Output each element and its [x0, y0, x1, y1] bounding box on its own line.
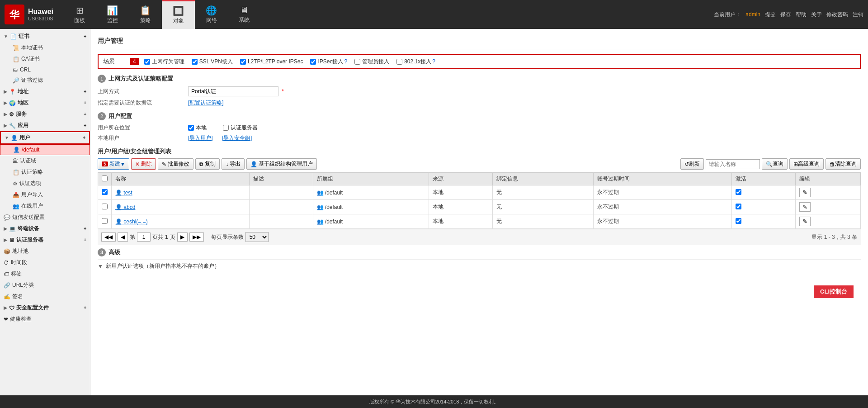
cb-l2tp[interactable] — [240, 59, 246, 65]
action-save[interactable]: 保存 — [780, 11, 791, 19]
sidebar-item-sms-config[interactable]: 💬短信发送配置 — [0, 212, 90, 223]
scenario-cb-web-mgmt[interactable]: 上网行为管理 — [144, 58, 184, 66]
prev-page-btn[interactable]: ◀ — [118, 232, 128, 242]
delete-button[interactable]: ✕ 删除 — [131, 158, 156, 170]
scenario-cb-ipsec[interactable]: IPSec接入 ? — [310, 58, 347, 66]
cb-ipsec[interactable] — [310, 59, 316, 65]
next-page-btn[interactable]: ▶ — [177, 232, 188, 242]
action-logout[interactable]: 注销 — [853, 11, 863, 19]
row-active-cell-2[interactable] — [731, 214, 795, 229]
batch-edit-button[interactable]: ✎ 批量修改 — [158, 158, 193, 170]
sidebar-item-signature[interactable]: ✍签名 — [0, 291, 90, 302]
row-cb-cell-0[interactable] — [98, 185, 112, 200]
new-button[interactable]: 5 新建 ▼ — [98, 158, 129, 170]
cb-web-mgmt[interactable] — [144, 59, 150, 65]
per-page-select[interactable]: 50 100 — [245, 232, 269, 242]
sidebar-item-service[interactable]: ▶⚙服务+ — [0, 109, 90, 120]
row-cb-2[interactable] — [102, 218, 108, 224]
row-active-cell-1[interactable] — [731, 200, 795, 214]
sidebar-item-auth-options[interactable]: ⚙认证选项 — [0, 178, 90, 189]
sidebar-item-security-profile[interactable]: ▶🛡安全配置文件+ — [0, 302, 90, 313]
sidebar-item-local-cert[interactable]: 📜本地证书 — [0, 42, 90, 53]
sidebar-item-crl[interactable]: 🗂CRL — [0, 65, 90, 75]
user-link-2[interactable]: 👤 ceshi(=.=) — [115, 218, 148, 225]
action-change-pwd[interactable]: 修改密码 — [826, 11, 848, 19]
cb-8021x[interactable] — [396, 59, 402, 65]
import-group-link[interactable]: [导入安全组] — [222, 134, 252, 142]
action-help[interactable]: 帮助 — [796, 11, 807, 19]
sidebar-item-health-check[interactable]: ❤健康检查 — [0, 313, 90, 325]
sidebar-item-terminal[interactable]: ▶💻终端设备+ — [0, 223, 90, 234]
search-button[interactable]: 🔍 查询 — [762, 158, 788, 170]
cb-admin[interactable] — [354, 59, 360, 65]
sidebar-item-user-import[interactable]: 📥用户导入 — [0, 189, 90, 200]
row-edit-cell-2[interactable]: ✎ — [795, 214, 860, 229]
expand-icon[interactable]: ▼ — [98, 263, 103, 270]
select-all-cb[interactable] — [102, 176, 108, 181]
active-cb-1[interactable] — [736, 204, 741, 209]
nav-item-monitor[interactable]: 📊监控 — [96, 0, 129, 29]
nav-item-policy[interactable]: 📋策略 — [129, 0, 162, 29]
row-edit-cell-0[interactable]: ✎ — [795, 185, 860, 200]
row-active-cell-0[interactable] — [731, 185, 795, 200]
sidebar-item-region[interactable]: ▶🌍地区+ — [0, 97, 90, 109]
row-cb-cell-1[interactable] — [98, 200, 112, 214]
page-number-input[interactable] — [137, 232, 151, 242]
help-icon-8021x[interactable]: ? — [432, 58, 435, 65]
action-about[interactable]: 关于 — [811, 11, 822, 19]
active-cb-2[interactable] — [736, 218, 741, 224]
user-link-0[interactable]: 👤 test — [115, 190, 132, 196]
cb-local[interactable] — [188, 125, 194, 131]
config-auth-policy-link[interactable]: [配置认证策略] — [188, 99, 224, 107]
sidebar-item-online-user[interactable]: 👥在线用户 — [0, 200, 90, 212]
action-submit[interactable]: 提交 — [765, 11, 776, 19]
sidebar-item-addr-pool[interactable]: 📦地址池 — [0, 246, 90, 257]
sidebar-item-tag[interactable]: 🏷标签 — [0, 268, 90, 280]
adv-search-button[interactable]: ⊞ 高级查询 — [789, 158, 824, 170]
export-button[interactable]: ↓ 导出 — [222, 158, 245, 170]
row-cb-1[interactable] — [102, 204, 108, 209]
scenario-cb-8021x[interactable]: 802.1x接入 ? — [396, 58, 435, 66]
edit-btn-2[interactable]: ✎ — [799, 217, 811, 226]
row-edit-cell-1[interactable]: ✎ — [795, 200, 860, 214]
import-user-link[interactable]: [导入用户] — [188, 134, 213, 142]
copy-button[interactable]: ⧉ 复制 — [195, 158, 220, 170]
cb-ssl-vpn[interactable] — [192, 59, 198, 65]
row-name-cell-0[interactable]: 👤 test — [112, 185, 250, 200]
row-name-cell-1[interactable]: 👤 abcd — [112, 200, 250, 214]
sidebar-item-auth-policy[interactable]: 📋认证策略 — [0, 166, 90, 178]
refresh-button[interactable]: ↺ 刷新 — [680, 158, 704, 170]
sidebar-item-app[interactable]: ▶🔧应用+ — [0, 120, 90, 131]
search-input[interactable] — [706, 159, 760, 169]
sidebar-item-ca-cert[interactable]: 📋CA证书 — [0, 53, 90, 65]
nav-item-network[interactable]: 🌐网络 — [195, 0, 228, 29]
row-cb-0[interactable] — [102, 189, 108, 195]
sidebar-item-cert-filter[interactable]: 🔎证书过滤 — [0, 75, 90, 86]
nav-item-object[interactable]: 🔲对象 — [162, 0, 195, 29]
clear-search-button[interactable]: 🗑 清除查询 — [826, 158, 861, 170]
th-select[interactable] — [98, 173, 112, 185]
last-page-btn[interactable]: ▶▶ — [189, 232, 204, 242]
sidebar-item-auth-server[interactable]: ▶🖥认证服务器+ — [0, 234, 90, 246]
row-cb-cell-2[interactable] — [98, 214, 112, 229]
scenario-cb-l2tp[interactable]: L2TP/L2TP over IPSec — [240, 58, 303, 65]
scenario-cb-admin[interactable]: 管理员接入 — [354, 58, 389, 66]
nav-item-system[interactable]: 🖥系统 — [228, 0, 260, 29]
org-manage-button[interactable]: 👤 基于组织结构管理用户 — [246, 158, 317, 170]
sidebar-item-url-category[interactable]: 🔗URL分类 — [0, 280, 90, 291]
row-name-cell-2[interactable]: 👤 ceshi(=.=) — [112, 214, 250, 229]
edit-btn-1[interactable]: ✎ — [799, 202, 811, 212]
sidebar-item-time-range[interactable]: ⏱时间段 — [0, 257, 90, 268]
help-icon-ipsec[interactable]: ? — [344, 58, 347, 65]
sidebar-item-auth-domain[interactable]: 🏛认证域 — [0, 155, 90, 166]
sidebar-item-default[interactable]: 👤/default — [0, 144, 90, 155]
sidebar-item-cert[interactable]: ▼📄证书+ — [0, 31, 90, 42]
scenario-cb-ssl-vpn[interactable]: SSL VPN接入 — [192, 58, 233, 66]
local-location-cb[interactable]: 本地 — [188, 124, 207, 132]
auth-server-location-cb[interactable]: 认证服务器 — [223, 124, 258, 132]
user-link-1[interactable]: 👤 abcd — [115, 204, 135, 210]
cli-button[interactable]: CLI控制台 — [814, 285, 854, 298]
cb-auth-server[interactable] — [223, 125, 229, 131]
sidebar-item-user[interactable]: ▼👤用户+ — [0, 131, 90, 144]
active-cb-0[interactable] — [736, 189, 741, 195]
